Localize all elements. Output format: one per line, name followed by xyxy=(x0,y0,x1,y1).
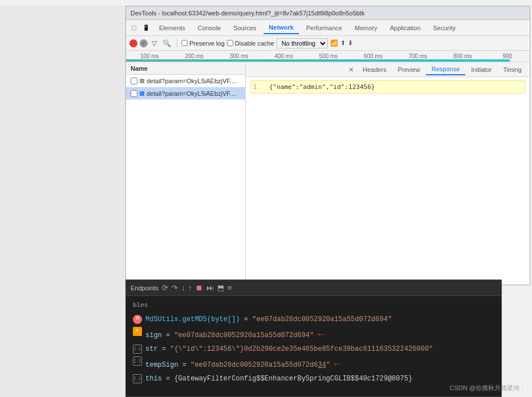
debug-line-this: {.} this = {GatewayFilterConfig$$Enhance… xyxy=(133,374,494,384)
str-key: str xyxy=(145,345,158,353)
dbg-step-into[interactable]: ↓ xyxy=(181,283,185,292)
tab-application[interactable]: Application xyxy=(384,22,427,34)
timeline-800ms: 800 ms xyxy=(440,53,485,59)
disable-cache-toggle[interactable]: Disable cache xyxy=(227,40,274,47)
request-list-panel: Name detail?param=OkyL5iAEbzjVF.... deta… xyxy=(126,62,246,283)
preserve-log-toggle[interactable]: Preserve log xyxy=(181,40,225,47)
md5-icon: M xyxy=(133,315,142,324)
timeline-700ms: 700 ms xyxy=(396,53,440,59)
tab-headers[interactable]: Headers xyxy=(357,64,392,75)
network-toolbar: ⊘ ▽ 🔍 Preserve log Disable cache No thro… xyxy=(126,36,530,51)
devtools-tabs: ⬚ 📱 Elements Console Sources Network Per… xyxy=(126,20,530,36)
tab-response[interactable]: Response xyxy=(426,64,466,75)
wifi-icon[interactable]: 📶 xyxy=(330,39,338,47)
response-panel: × Headers Preview Response Initiator Tim… xyxy=(246,62,530,283)
tempsign-arrow: ← xyxy=(334,356,340,372)
timeline-400ms: 400 ms xyxy=(261,53,306,59)
item-1-icon xyxy=(140,79,144,83)
timeline-200ms: 200 ms xyxy=(172,53,216,59)
debugger-content-area: bles M Md5Utils.getMD5(byte[]) = "ee07da… xyxy=(126,296,501,390)
tab-timing[interactable]: Timing xyxy=(497,64,527,75)
md5-value: "ee07dab28dc0052920a15a55d072d694" xyxy=(252,315,392,323)
request-list-item-2[interactable]: detail?param=OkyL5iAEbzjVF.... xyxy=(126,87,245,100)
timeline-300ms: 300 ms xyxy=(217,53,261,59)
devtools-title: DevTools - localhost:63342/web-demo/quer… xyxy=(131,10,364,17)
this-key: this xyxy=(145,375,162,383)
tempsign-text: tempSign = "ee07dab28dc0052920a15a55d072… xyxy=(145,356,494,372)
tab-initiator[interactable]: Initiator xyxy=(465,64,497,75)
close-response-button[interactable]: × xyxy=(346,65,357,74)
dbg-resume[interactable]: ⏹ xyxy=(196,283,203,292)
tab-performance[interactable]: Performance xyxy=(300,22,348,34)
tempsign-icon: {.} xyxy=(133,357,142,366)
tab-network[interactable]: Network xyxy=(263,22,299,34)
debugger-toolbar: Endpoints ⟳ ↷ ↓ ↑ ⏹ ⏭ ⬒ ≡ xyxy=(126,280,501,296)
dbg-icon-1[interactable]: ⟳ xyxy=(162,283,168,292)
mobile-icon[interactable]: 📱 xyxy=(141,23,151,33)
request-list-item-1[interactable]: detail?param=OkyL5iAEbzjVF.... xyxy=(126,75,245,87)
this-text: this = {GatewayFilterConfig$$EnhancerByS… xyxy=(145,374,494,384)
tab-sources[interactable]: Sources xyxy=(228,22,262,34)
timeline-600ms: 600 ms xyxy=(351,53,395,59)
sign-text: sign = "ee07dab28dc0052920a15a55d072d694… xyxy=(145,326,494,343)
tempsign-key: tempSign xyxy=(145,361,178,369)
search-icon[interactable]: 🔍 xyxy=(161,39,173,48)
json-response-text: {"name":"admin","id":123456} xyxy=(269,83,375,91)
cursor-icon[interactable]: ⬚ xyxy=(128,23,139,33)
tempsign-value: "ee07dab28dc0052920a15a55d072d634" xyxy=(190,361,330,369)
this-equals: = {GatewayFilterConfig$$EnhancerBySpring… xyxy=(166,375,412,383)
tab-console[interactable]: Console xyxy=(192,22,226,34)
tab-memory[interactable]: Memory xyxy=(349,22,383,34)
sign-value: "ee07dab28dc0052920a15a55d072d694" xyxy=(174,331,314,339)
tab-elements[interactable]: Elements xyxy=(153,22,191,34)
item-1-name: detail?param=OkyL5iAEbzjVF.... xyxy=(147,78,237,84)
download-icon[interactable]: ⬇ xyxy=(348,39,353,47)
response-line-1: 1 {"name":"admin","id":123456} xyxy=(250,80,525,94)
timeline-900: 900 xyxy=(485,53,530,59)
line-number-1: 1 xyxy=(253,83,265,91)
debugger-panel-label: Endpoints xyxy=(131,285,159,291)
csdn-watermark: CSDN @你携秋月揽星河 、 xyxy=(450,384,527,392)
md5-text: Md5Utils.getMD5(byte[]) = "ee07dab28dc00… xyxy=(145,314,494,325)
item-2-checkbox[interactable] xyxy=(131,90,137,97)
timeline-500ms: 500 ms xyxy=(306,53,351,59)
clear-button[interactable]: ⊘ xyxy=(140,39,148,47)
str-text: str = "{\"id\":123456\"}0d2b290ce2e35e46… xyxy=(145,344,494,355)
str-equals: = xyxy=(162,345,170,353)
dbg-step-out[interactable]: ↑ xyxy=(188,283,192,292)
timeline-progress-bar xyxy=(126,59,510,62)
item-2-name: detail?param=OkyL5iAEbzjVF.... xyxy=(147,90,237,97)
this-icon: {.} xyxy=(133,374,142,383)
debugger-panel: Endpoints ⟳ ↷ ↓ ↑ ⏹ ⏭ ⬒ ≡ bles M Md5Util… xyxy=(125,279,502,397)
response-tabs-bar: × Headers Preview Response Initiator Tim… xyxy=(246,62,530,77)
dbg-step-over[interactable]: ↷ xyxy=(172,283,178,292)
dbg-icon-export[interactable]: ⬒ xyxy=(217,283,224,292)
request-list-header: Name xyxy=(126,62,245,75)
sign-equals: = xyxy=(166,331,174,339)
left-panel xyxy=(0,6,125,397)
dbg-skip[interactable]: ⏭ xyxy=(206,283,214,292)
filter-icon[interactable]: ▽ xyxy=(150,39,159,48)
disable-cache-checkbox[interactable] xyxy=(227,40,233,46)
preserve-log-checkbox[interactable] xyxy=(181,40,188,46)
tab-security[interactable]: Security xyxy=(428,22,462,34)
debug-line-sign: ≡ sign = "ee07dab28dc0052920a15a55d072d6… xyxy=(133,326,494,343)
sign-arrow: ← xyxy=(318,326,324,343)
item-2-icon xyxy=(140,91,144,96)
tab-preview[interactable]: Preview xyxy=(392,64,426,75)
timeline-labels: 100 ms 200 ms 300 ms 400 ms 500 ms 600 m… xyxy=(126,53,530,59)
disable-cache-label: Disable cache xyxy=(235,40,274,47)
record-button[interactable] xyxy=(129,39,137,47)
name-column-header: Name xyxy=(131,65,148,72)
sign-key: sign xyxy=(145,331,162,339)
md5-equals: = xyxy=(244,315,252,323)
dbg-icon-list[interactable]: ≡ xyxy=(228,283,232,292)
timeline-100ms: 100 ms xyxy=(127,53,172,59)
throttling-dropdown[interactable]: No throttling xyxy=(277,38,328,48)
separator xyxy=(177,39,177,47)
debug-line-md5: M Md5Utils.getMD5(byte[]) = "ee07dab28dc… xyxy=(133,314,494,325)
preserve-log-label: Preserve log xyxy=(189,40,225,47)
str-icon: {.} xyxy=(133,345,142,354)
upload-icon[interactable]: ⬆ xyxy=(340,39,346,47)
item-1-checkbox[interactable] xyxy=(131,78,137,84)
